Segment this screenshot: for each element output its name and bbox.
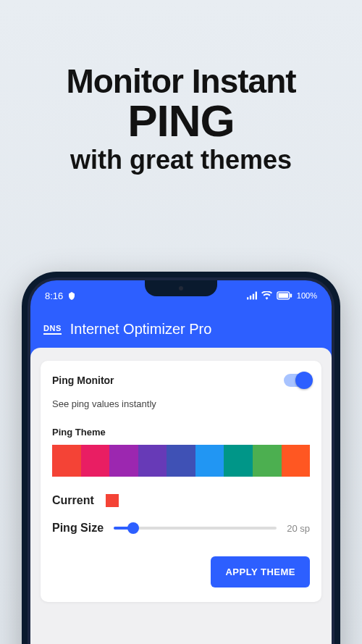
slider-thumb <box>127 522 139 534</box>
wifi-icon <box>261 291 272 300</box>
ping-settings-card: Ping Monitor See ping values instantly P… <box>41 361 321 602</box>
svg-rect-5 <box>278 293 288 298</box>
theme-color-3[interactable] <box>138 445 167 477</box>
theme-color-2[interactable] <box>109 445 138 477</box>
ping-size-label: Ping Size <box>52 522 104 535</box>
apply-row: APPLY THEME <box>52 556 310 587</box>
current-row: Current <box>52 494 310 507</box>
current-color-swatch <box>106 494 119 507</box>
phone-notch <box>145 280 217 296</box>
toggle-knob <box>295 372 313 389</box>
ping-monitor-toggle[interactable] <box>284 374 310 387</box>
current-label: Current <box>52 494 94 507</box>
theme-color-8[interactable] <box>282 445 311 477</box>
signal-icon <box>247 291 257 300</box>
svg-rect-2 <box>253 294 254 300</box>
ping-size-slider[interactable] <box>114 527 277 530</box>
camera-dot <box>179 286 183 290</box>
svg-rect-3 <box>256 292 257 300</box>
theme-color-4[interactable] <box>167 445 195 477</box>
phone-frame: 8:16 100% <box>22 272 340 644</box>
promo-line3: with great themes <box>0 145 362 175</box>
ping-monitor-row: Ping Monitor <box>52 374 310 387</box>
svg-rect-1 <box>250 296 251 299</box>
alarm-icon <box>67 291 76 300</box>
app-title: Internet Optimizer Pro <box>70 321 212 338</box>
status-time: 8:16 <box>45 290 63 301</box>
battery-percent: 100% <box>297 291 317 300</box>
ping-size-row: Ping Size 20 sp <box>52 522 310 535</box>
promo-line2: PING <box>0 95 362 146</box>
svg-rect-6 <box>290 293 292 297</box>
theme-color-strip <box>52 445 310 477</box>
theme-color-1[interactable] <box>81 445 110 477</box>
ping-monitor-title: Ping Monitor <box>52 375 114 386</box>
status-left: 8:16 <box>45 290 76 301</box>
app-logo: DNS <box>43 324 62 335</box>
apply-theme-button[interactable]: APPLY THEME <box>211 556 310 587</box>
ping-theme-label: Ping Theme <box>52 427 310 438</box>
phone-screen: 8:16 100% <box>30 280 332 644</box>
theme-color-0[interactable] <box>52 445 81 477</box>
battery-icon <box>277 291 292 300</box>
theme-color-7[interactable] <box>253 445 282 477</box>
ping-monitor-subtitle: See ping values instantly <box>52 398 310 409</box>
status-right: 100% <box>247 291 317 300</box>
app-header: DNS Internet Optimizer Pro <box>30 311 332 348</box>
theme-color-5[interactable] <box>195 445 224 477</box>
content-sheet: Ping Monitor See ping values instantly P… <box>30 348 332 644</box>
promo-heading: Monitor Instant PING with great themes <box>0 0 362 175</box>
ping-size-value: 20 sp <box>287 523 310 534</box>
svg-rect-0 <box>247 297 248 299</box>
theme-color-6[interactable] <box>224 445 253 477</box>
phone-frame-inner: 8:16 100% <box>28 277 334 644</box>
